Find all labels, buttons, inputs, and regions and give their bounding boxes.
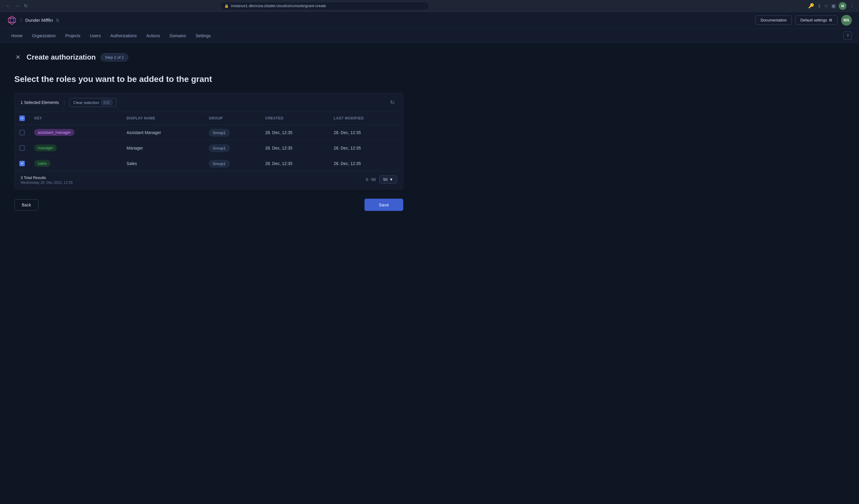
reload-nav-button[interactable]: ↻	[22, 2, 29, 9]
row-0-created: 28. Dec, 12:35	[260, 125, 329, 140]
th-group: GROUP	[204, 112, 260, 125]
browser-user-avatar[interactable]: M	[839, 2, 846, 10]
th-key: KEY	[30, 112, 122, 125]
browser-nav-buttons: ← → ↻	[5, 2, 29, 9]
section-title: Select the roles you want to be added to…	[14, 74, 403, 84]
table-header-row: KEY DISPLAY NAME GROUP CREATED LAST MODI…	[15, 112, 403, 125]
nav-item-authorizations[interactable]: Authorizations	[106, 31, 141, 41]
page-header: ✕ Create authorization Step 2 of 2	[14, 52, 403, 62]
row-0-last-modified: 28. Dec, 12:35	[329, 125, 403, 140]
table-row: salesSalesGroup128. Dec, 12:3528. Dec, 1…	[15, 156, 403, 171]
roles-table: KEY DISPLAY NAME GROUP CREATED LAST MODI…	[15, 112, 403, 171]
page-title: Create authorization	[27, 53, 96, 61]
pagination-area: 0 - 50 50 ▼	[366, 175, 397, 184]
url-bar[interactable]: 🔒 instance1-dkmnzw.zitadel.cloud/ui/cons…	[221, 2, 429, 10]
more-menu-icon[interactable]: ⋮	[849, 3, 854, 9]
th-checkbox	[15, 112, 30, 125]
row-0-key-badge: assistant_manager	[34, 129, 74, 136]
org-name: Dunder Mifflin	[25, 18, 53, 22]
row-2-checkbox[interactable]	[19, 161, 25, 166]
toolbar-divider: |	[63, 100, 65, 105]
nav-item-users[interactable]: Users	[86, 31, 105, 41]
logo-area: / Dunder Mifflin ⇅	[7, 15, 60, 25]
step-badge: Step 2 of 2	[101, 53, 128, 61]
th-display-name: DISPLAY NAME	[122, 112, 204, 125]
table-row: assistant_managerAssistant ManagerGroup1…	[15, 125, 403, 140]
nav-item-home[interactable]: Home	[7, 31, 27, 41]
svg-marker-1	[10, 18, 14, 22]
back-nav-button[interactable]: ←	[5, 3, 12, 9]
clear-selection-button[interactable]: Clear selection ESC	[70, 98, 116, 107]
header-checkbox[interactable]	[19, 115, 25, 121]
row-2-last-modified: 28. Dec, 12:35	[329, 156, 403, 171]
row-1-last-modified: 28. Dec, 12:35	[329, 140, 403, 156]
selected-count: 1 Selected Elements	[20, 100, 59, 105]
app-header: / Dunder Mifflin ⇅ Documentation Default…	[0, 12, 859, 29]
dropdown-arrow-icon: ▼	[389, 177, 393, 182]
row-2-created: 28. Dec, 12:35	[260, 156, 329, 171]
user-avatar[interactable]: MS	[841, 15, 852, 26]
main-content: ✕ Create authorization Step 2 of 2 Selec…	[0, 43, 418, 220]
per-page-select[interactable]: 50 ▼	[379, 175, 397, 184]
row-1-checkbox[interactable]	[19, 145, 25, 151]
total-count: 3 Total Results	[20, 175, 73, 180]
browser-bar: ← → ↻ 🔒 instance1-dkmnzw.zitadel.cloud/u…	[0, 0, 859, 12]
browser-right-icons: 🔑 ⇓ ☆ ▣ M ⋮	[808, 2, 854, 10]
row-2-key-badge: sales	[34, 160, 50, 167]
row-0-checkbox[interactable]	[19, 130, 25, 135]
th-last-modified: LAST MODIFIED	[329, 112, 403, 125]
nav-item-organization[interactable]: Organization	[28, 31, 60, 41]
row-0-group-badge: Group1	[209, 129, 229, 137]
url-text: instance1-dkmnzw.zitadel.cloud/ui/consol…	[231, 3, 326, 8]
close-button[interactable]: ✕	[14, 52, 22, 62]
table-row: managerManagerGroup128. Dec, 12:3528. De…	[15, 140, 403, 156]
breadcrumb-separator: /	[20, 17, 22, 23]
total-results: 3 Total Results Wednesday 28. Dec 2022, …	[20, 175, 73, 185]
forward-nav-button[interactable]: →	[14, 3, 21, 9]
star-icon[interactable]: ☆	[824, 3, 828, 9]
pagination-range: 0 - 50	[366, 177, 376, 182]
zitadel-logo	[7, 15, 17, 25]
bottom-actions: Back Save	[14, 199, 403, 211]
nav-help-button[interactable]: ?	[843, 32, 852, 40]
lock-icon: 🔒	[224, 4, 229, 8]
default-settings-button[interactable]: Default settings ⚙	[795, 15, 838, 25]
nav-item-domains[interactable]: Domains	[166, 31, 190, 41]
nav-item-projects[interactable]: Projects	[61, 31, 85, 41]
save-button[interactable]: Save	[364, 199, 403, 211]
row-2-display-name: Sales	[122, 156, 204, 171]
esc-badge: ESC	[102, 100, 112, 105]
row-1-group-badge: Group1	[209, 144, 229, 152]
table-toolbar: 1 Selected Elements | Clear selection ES…	[15, 93, 403, 112]
nav-item-settings[interactable]: Settings	[192, 31, 215, 41]
roles-table-card: 1 Selected Elements | Clear selection ES…	[14, 93, 403, 189]
org-dropdown-button[interactable]: ⇅	[55, 17, 60, 23]
tab-icon[interactable]: ▣	[831, 3, 836, 9]
documentation-button[interactable]: Documentation	[755, 15, 792, 25]
svg-marker-0	[8, 16, 16, 25]
row-1-created: 28. Dec, 12:35	[260, 140, 329, 156]
row-0-display-name: Assistant Manager	[122, 125, 204, 140]
nav-item-actions[interactable]: Actions	[142, 31, 164, 41]
download-icon[interactable]: ⇓	[817, 3, 821, 9]
app-nav: Home Organization Projects Users Authori…	[0, 29, 859, 43]
refresh-button[interactable]: ↻	[388, 98, 397, 107]
table-footer: 3 Total Results Wednesday 28. Dec 2022, …	[15, 171, 403, 189]
th-created: CREATED	[260, 112, 329, 125]
header-right: Documentation Default settings ⚙ MS	[755, 15, 852, 26]
row-1-display-name: Manager	[122, 140, 204, 156]
row-1-key-badge: manager	[34, 144, 57, 151]
settings-gear-icon: ⚙	[829, 18, 832, 22]
back-button[interactable]: Back	[14, 199, 39, 210]
row-2-group-badge: Group1	[209, 160, 229, 168]
key-icon[interactable]: 🔑	[808, 3, 814, 9]
results-timestamp: Wednesday 28. Dec 2022, 12:35	[20, 180, 73, 185]
